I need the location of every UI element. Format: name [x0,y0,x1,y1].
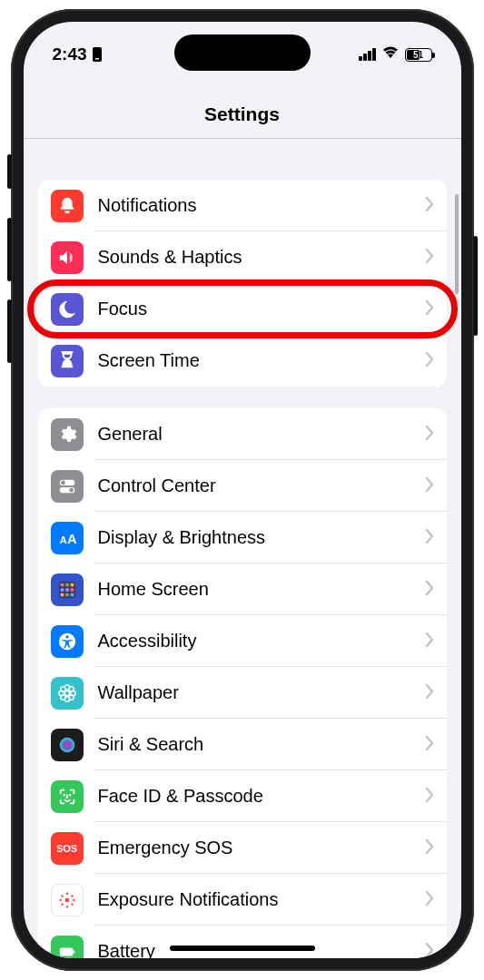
chevron-right-icon [425,891,434,909]
settings-row-focus[interactable]: Focus [38,283,447,335]
chevron-right-icon [425,839,434,858]
settings-row-notifications[interactable]: Notifications [38,180,447,231]
svg-point-39 [65,892,67,894]
svg-text:A: A [59,534,66,544]
svg-rect-42 [73,950,74,954]
row-label: Sounds & Haptics [98,247,425,268]
svg-rect-15 [60,593,64,596]
svg-rect-10 [65,583,69,586]
svg-rect-1 [95,58,99,60]
row-label: Display & Brightness [98,527,425,548]
settings-row-display-brightness[interactable]: AADisplay & Brightness [38,512,447,564]
svg-rect-41 [59,947,73,956]
settings-row-face-id-passcode[interactable]: Face ID & Passcode [38,770,447,822]
row-label: Home Screen [98,579,425,600]
svg-point-34 [71,895,73,897]
aa-icon: AA [51,522,84,554]
row-label: Control Center [98,475,425,496]
flower-icon [51,677,84,710]
chevron-right-icon [425,477,434,495]
settings-row-battery[interactable]: Battery [38,926,447,958]
siri-icon [51,729,84,761]
settings-row-general[interactable]: General [38,408,447,460]
faceid-icon [51,780,84,813]
settings-row-sounds-haptics[interactable]: Sounds & Haptics [38,231,447,283]
lock-rotation-icon [92,47,103,62]
chevron-right-icon [425,426,434,444]
svg-rect-13 [65,588,69,592]
svg-rect-9 [60,583,64,586]
svg-text:A: A [67,531,77,545]
side-button [7,154,12,189]
row-label: Notifications [98,195,425,216]
chevron-right-icon [425,788,434,806]
svg-rect-11 [70,583,74,586]
settings-row-home-screen[interactable]: Home Screen [38,564,447,615]
settings-row-exposure-notifications[interactable]: Exposure Notifications [38,874,447,926]
dynamic-island [174,34,311,71]
battery-icon: 51 [405,48,432,62]
settings-group: NotificationsSounds & HapticsFocusScreen… [38,180,447,387]
settings-list[interactable]: NotificationsSounds & HapticsFocusScreen… [24,149,461,958]
svg-rect-14 [70,588,74,592]
chevron-right-icon [425,943,434,959]
row-label: Focus [98,299,425,319]
svg-rect-12 [60,588,64,592]
settings-row-siri-search[interactable]: Siri & Search [38,719,447,770]
bell-icon [51,190,84,222]
chevron-right-icon [425,300,434,318]
svg-rect-16 [65,593,69,596]
row-label: Wallpaper [98,682,425,703]
row-label: Screen Time [98,350,425,371]
moon-icon [51,293,84,326]
cellular-icon [359,48,376,61]
phone-frame: 2:43 51 Settings NotificationsSounds & H… [11,9,474,971]
svg-point-33 [61,895,63,897]
row-label: Face ID & Passcode [98,786,425,807]
svg-rect-0 [93,47,102,62]
chevron-right-icon [425,352,434,370]
page-title: Settings [24,76,461,139]
switches-icon [51,470,84,503]
accessibility-icon [51,625,84,658]
side-button [7,218,12,281]
chevron-right-icon [425,197,434,215]
home-indicator[interactable] [170,946,315,951]
settings-row-emergency-sos[interactable]: SOSEmergency SOS [38,822,447,874]
svg-point-37 [59,898,61,900]
svg-point-36 [71,903,73,905]
settings-row-accessibility[interactable]: Accessibility [38,615,447,667]
settings-group: GeneralControl CenterAADisplay & Brightn… [38,408,447,958]
settings-row-screen-time[interactable]: Screen Time [38,335,447,387]
chevron-right-icon [425,684,434,702]
svg-point-38 [73,898,74,900]
battery-level: 51 [413,50,423,60]
grid-icon [51,573,84,606]
svg-point-40 [65,906,67,907]
svg-point-30 [64,794,64,795]
settings-row-wallpaper[interactable]: Wallpaper [38,667,447,719]
chevron-right-icon [425,632,434,651]
row-label: General [98,424,425,445]
row-label: Emergency SOS [98,838,425,858]
row-label: Siri & Search [98,734,425,755]
sos-icon: SOS [51,832,84,865]
battery-icon [51,936,84,959]
svg-point-19 [65,635,68,638]
clock-text: 2:43 [53,44,87,64]
chevron-right-icon [425,529,434,547]
svg-rect-17 [70,593,74,596]
hourglass-icon [51,345,84,377]
side-button [473,236,478,336]
svg-point-5 [69,487,74,492]
chevron-right-icon [425,249,434,267]
svg-point-3 [61,480,65,485]
gear-icon [51,418,84,451]
status-time: 2:43 [53,44,103,64]
settings-row-control-center[interactable]: Control Center [38,460,447,512]
exposure-icon [51,884,84,916]
wifi-icon [381,45,400,64]
status-icons: 51 [359,45,432,64]
scrollbar[interactable] [455,194,459,294]
screen: 2:43 51 Settings NotificationsSounds & H… [24,22,461,958]
